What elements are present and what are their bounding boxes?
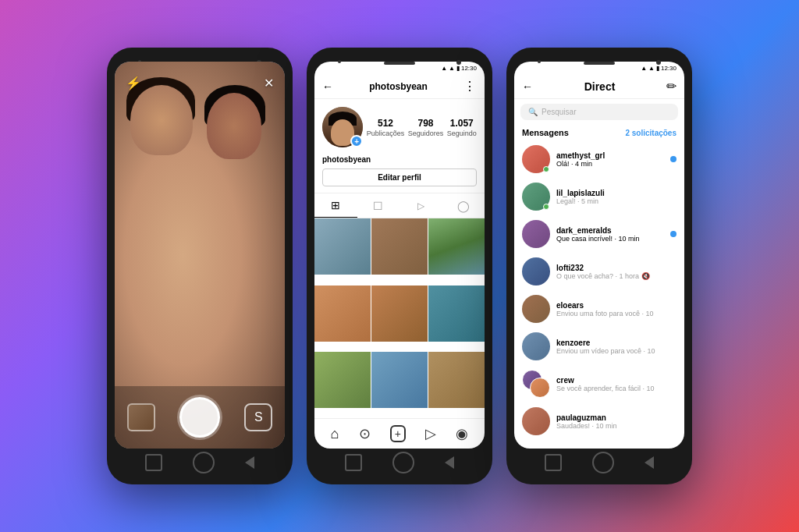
compose-icon[interactable]: ✏ (666, 79, 676, 94)
time-direct: 12:30 (661, 65, 676, 72)
tab-grid[interactable]: ⊞ (314, 193, 357, 218)
posts-stat: 512 Publicações (367, 118, 405, 137)
nav-add[interactable]: + (390, 425, 406, 442)
msg-content-lofti: lofti232 O que você acha? · 1 hora 🔇 (556, 264, 676, 280)
following-stat: 1.057 Seguindo (447, 118, 477, 137)
msg-preview-paulaguzman: Saudades! · 10 min (556, 422, 676, 430)
phone2-back-btn[interactable] (445, 456, 454, 469)
online-indicator-lil (543, 204, 549, 210)
grid-photo-5[interactable] (371, 286, 428, 342)
message-item-amethyst[interactable]: amethyst_grl Olá! · 4 min (514, 140, 684, 178)
msg-preview-dark: Que casa incrível! · 10 min (556, 235, 676, 243)
shutter-button[interactable] (179, 397, 220, 438)
signal-icon-direct: ▲ (641, 65, 647, 72)
profile-header: ← photosbyean ⋮ (314, 74, 485, 99)
phone3-recent-btn[interactable] (545, 454, 562, 471)
message-item-lil[interactable]: lil_lapislazuli Legal! · 5 min (514, 178, 684, 215)
grid-photo-9[interactable] (428, 352, 485, 408)
more-options-icon[interactable]: ⋮ (463, 79, 477, 94)
msg-preview-lil: Legal! · 5 min (556, 197, 676, 205)
recent-apps-btn[interactable] (145, 454, 162, 471)
effects-label: S (254, 410, 263, 424)
grid-photo-7[interactable] (314, 352, 371, 408)
msg-username-dark: dark_emeralds (556, 226, 676, 235)
message-item-lofti[interactable]: lofti232 O que você acha? · 1 hora 🔇 (514, 253, 684, 290)
grid-photo-1[interactable] (314, 218, 371, 275)
msg-content-eloears: eloears Enviou uma foto para você · 10 (556, 301, 676, 317)
battery-icon-direct: ▮ (656, 65, 659, 72)
grid-photo-3[interactable] (428, 218, 485, 275)
unread-dot-dark (670, 231, 676, 237)
avatar-crew-group (522, 370, 550, 398)
followers-count: 798 (408, 118, 444, 129)
home-btn[interactable] (193, 452, 215, 473)
msg-content-kenzoere: kenzoere Enviou um vídeo para você · 10 (556, 339, 676, 355)
grid-photo-2[interactable] (371, 218, 428, 275)
profile-username: photosbyean (369, 81, 428, 92)
msg-username-kenzoere: kenzoere (556, 339, 676, 347)
grid-photo-8[interactable] (371, 352, 428, 408)
flash-icon[interactable]: ⚡ (126, 76, 141, 90)
profile-name-section: photosbyean (314, 155, 485, 168)
nav-search[interactable]: ⊙ (359, 425, 371, 442)
back-btn[interactable] (245, 456, 254, 469)
phone-profile: ▲ ▲ ▮ 12:30 ← photosbyean ⋮ (307, 48, 492, 484)
direct-search-bar[interactable]: 🔍 Pesquisar (520, 104, 678, 120)
avatar-eloears (522, 295, 550, 323)
avatar-amethyst (522, 145, 550, 173)
profile-tabs: ⊞ ☐ ▷ ◯ (314, 193, 485, 218)
message-item-kenzoere[interactable]: kenzoere Enviou um vídeo para você · 10 (514, 328, 684, 365)
group-avatar-2 (530, 378, 550, 398)
direct-screen: ▲ ▲ ▮ 12:30 ← Direct ✏ 🔍 Pesquisar Mensa… (514, 62, 684, 449)
tab-tagged[interactable]: ◯ (442, 193, 485, 218)
back-arrow-profile[interactable]: ← (322, 80, 333, 93)
person1-face (130, 85, 193, 155)
gallery-thumbnail[interactable] (127, 403, 155, 431)
message-item-dark[interactable]: dark_emeralds Que casa incrível! · 10 mi… (514, 215, 684, 253)
avatar-paulaguzman (522, 407, 550, 435)
followers-label: Seguidores (408, 129, 444, 137)
nav-reels[interactable]: ▷ (425, 425, 436, 442)
requests-badge[interactable]: 2 solicitações (625, 129, 676, 137)
search-placeholder: Pesquisar (542, 108, 576, 116)
grid-photo-4[interactable] (314, 286, 371, 342)
tab-igtv[interactable]: ▷ (400, 193, 442, 218)
grid-photo-6[interactable] (428, 286, 485, 342)
msg-content-dark: dark_emeralds Que casa incrível! · 10 mi… (556, 226, 676, 243)
nav-home[interactable]: ⌂ (331, 426, 339, 442)
online-indicator (543, 166, 549, 172)
messages-section-header: Mensagens 2 solicitações (514, 125, 684, 140)
edit-profile-button[interactable]: Editar perfil (322, 168, 477, 186)
wifi-icon-direct: ▲ (648, 65, 655, 72)
msg-content-amethyst: amethyst_grl Olá! · 4 min (556, 151, 676, 168)
msg-preview-amethyst: Olá! · 4 min (556, 160, 676, 168)
phone3-home-btn[interactable] (592, 452, 614, 473)
message-item-eloears[interactable]: eloears Enviou uma foto para você · 10 (514, 290, 684, 328)
camera-screen: ▲ ▲ ▮ 12:30 ⚡ ✕ (115, 62, 285, 449)
add-profile-photo-btn[interactable]: + (350, 135, 363, 147)
avatar-lil (522, 183, 550, 211)
following-label: Seguindo (447, 129, 477, 137)
following-count: 1.057 (447, 118, 477, 129)
nav-profile[interactable]: ◉ (456, 425, 468, 442)
camera-top-controls: ⚡ ✕ (115, 76, 285, 90)
close-icon[interactable]: ✕ (264, 76, 274, 90)
phone2-recent-btn[interactable] (345, 454, 362, 471)
person2-face (207, 93, 261, 159)
tab-reels[interactable]: ☐ (357, 193, 400, 218)
camera-bottom-controls: S (115, 386, 285, 449)
back-arrow-direct[interactable]: ← (522, 80, 533, 93)
message-item-paulaguzman[interactable]: paulaguzman Saudades! · 10 min (514, 403, 684, 440)
avatar-kenzoere (522, 332, 550, 360)
msg-username-eloears: eloears (556, 301, 676, 310)
msg-preview-kenzoere: Enviou um vídeo para você · 10 (556, 347, 676, 355)
direct-title: Direct (584, 80, 616, 93)
posts-count: 512 (367, 118, 405, 129)
message-item-crew[interactable]: crew Se você aprender, fica fácil · 10 (514, 365, 684, 403)
msg-content-paulaguzman: paulaguzman Saudades! · 10 min (556, 413, 676, 430)
phone3-back-btn[interactable] (645, 456, 654, 469)
phone2-home-btn[interactable] (392, 452, 414, 473)
effects-button[interactable]: S (244, 403, 272, 431)
phone2-hardware-buttons (314, 449, 485, 477)
profile-screen: ▲ ▲ ▮ 12:30 ← photosbyean ⋮ (314, 62, 485, 449)
